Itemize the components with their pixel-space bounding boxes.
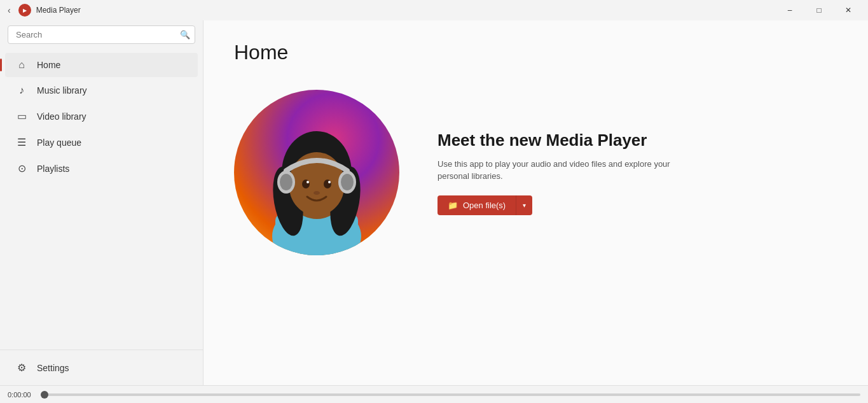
svg-point-14 bbox=[328, 181, 331, 183]
search-box: 🔍 bbox=[8, 25, 195, 44]
svg-point-8 bbox=[280, 174, 293, 190]
search-input[interactable] bbox=[8, 25, 195, 44]
app-body: 🔍 ⌂ Home ♪ Music library ▭ Video library… bbox=[0, 20, 868, 385]
progress-thumb[interactable] bbox=[41, 391, 48, 399]
time-label: 0:00:00 bbox=[8, 391, 33, 399]
sidebar-item-music-library[interactable]: ♪ Music library bbox=[5, 78, 198, 103]
home-icon: ⌂ bbox=[15, 59, 28, 71]
title-bar: ‹ Media Player – □ ✕ bbox=[0, 0, 868, 20]
hero-avatar bbox=[234, 90, 399, 255]
video-icon: ▭ bbox=[15, 110, 28, 122]
svg-point-15 bbox=[313, 191, 320, 195]
settings-label: Settings bbox=[37, 363, 69, 373]
bottom-bar: 0:00:00 bbox=[0, 385, 868, 403]
sidebar-item-video-library[interactable]: ▭ Video library bbox=[5, 104, 198, 129]
sidebar-item-music-label: Music library bbox=[37, 85, 87, 95]
hero-description: Use this app to play your audio and vide… bbox=[437, 158, 692, 183]
close-button[interactable]: ✕ bbox=[834, 0, 863, 20]
page-title: Home bbox=[234, 41, 837, 64]
sidebar-item-home-label: Home bbox=[37, 60, 60, 70]
main-content: Home bbox=[203, 20, 868, 385]
playlists-icon: ⊙ bbox=[15, 162, 28, 174]
sidebar-item-play-queue[interactable]: ☰ Play queue bbox=[5, 130, 198, 155]
sidebar: 🔍 ⌂ Home ♪ Music library ▭ Video library… bbox=[0, 20, 203, 385]
avatar-illustration bbox=[234, 90, 399, 255]
sidebar-item-video-label: Video library bbox=[37, 111, 86, 122]
settings-item[interactable]: ⚙ Settings bbox=[5, 355, 198, 380]
hero-text: Meet the new Media Player Use this app t… bbox=[437, 131, 692, 215]
progress-track[interactable] bbox=[41, 393, 860, 396]
svg-point-12 bbox=[324, 180, 331, 188]
back-button[interactable]: ‹ bbox=[5, 3, 13, 18]
music-icon: ♪ bbox=[15, 85, 28, 96]
sidebar-item-playlists[interactable]: ⊙ Playlists bbox=[5, 156, 198, 181]
svg-point-11 bbox=[302, 180, 310, 188]
sidebar-bottom: ⚙ Settings bbox=[0, 350, 203, 385]
svg-point-13 bbox=[307, 181, 309, 183]
sidebar-nav: ⌂ Home ♪ Music library ▭ Video library ☰… bbox=[0, 49, 203, 350]
folder-icon: 📁 bbox=[448, 201, 458, 210]
open-files-dropdown-button[interactable]: ▾ bbox=[516, 195, 532, 215]
chevron-down-icon: ▾ bbox=[523, 202, 526, 209]
app-icon bbox=[18, 4, 31, 17]
queue-icon: ☰ bbox=[15, 136, 28, 148]
sidebar-item-home[interactable]: ⌂ Home bbox=[5, 53, 198, 77]
app-title: Media Player bbox=[36, 6, 81, 15]
open-files-button[interactable]: 📁 Open file(s) bbox=[437, 195, 516, 215]
maximize-button[interactable]: □ bbox=[804, 0, 834, 20]
hero-heading: Meet the new Media Player bbox=[437, 131, 692, 150]
search-icon[interactable]: 🔍 bbox=[180, 30, 190, 39]
open-file-button-group: 📁 Open file(s) ▾ bbox=[437, 195, 692, 215]
hero-section: Meet the new Media Player Use this app t… bbox=[234, 90, 837, 255]
sidebar-item-playlists-label: Playlists bbox=[37, 164, 69, 174]
window-controls: – □ ✕ bbox=[775, 0, 863, 20]
sidebar-item-queue-label: Play queue bbox=[37, 138, 81, 148]
svg-point-10 bbox=[341, 174, 354, 190]
settings-icon: ⚙ bbox=[15, 362, 28, 374]
minimize-button[interactable]: – bbox=[775, 0, 804, 20]
